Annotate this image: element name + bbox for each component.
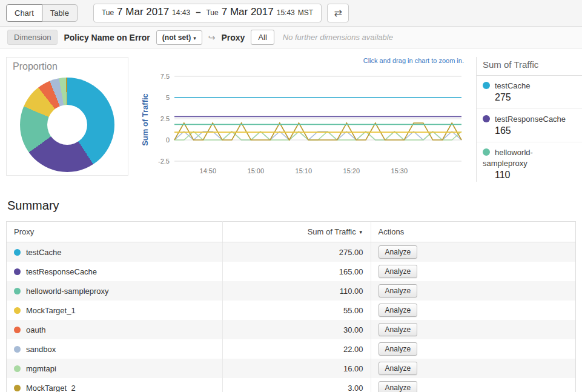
line-chart-area: Click and drag in chart to zoom in. Sum … xyxy=(128,57,474,178)
legend-item-name: testResponseCache xyxy=(495,115,566,124)
proportion-donut-chart[interactable] xyxy=(20,78,114,172)
legend-item[interactable]: testCache 275 xyxy=(477,76,582,109)
proxy-name: testCache xyxy=(26,248,62,257)
column-header-proxy[interactable]: Proxy xyxy=(7,222,223,242)
analyze-button[interactable]: Analyze xyxy=(379,304,418,317)
proxy-color-dot xyxy=(14,385,21,391)
sort-desc-icon: ▼ xyxy=(359,230,363,235)
legend-item[interactable]: testResponseCache 165 xyxy=(477,109,582,142)
dimension-chip: Dimension xyxy=(7,30,58,45)
column-header-traffic[interactable]: Sum of Traffic▼ xyxy=(223,222,371,242)
zoom-hint: Click and drag in chart to zoom in. xyxy=(363,57,464,64)
proxy-color-dot xyxy=(14,307,21,314)
legend-item[interactable]: helloworld-sampleproxy 110 xyxy=(477,142,582,182)
table-row: sandbox 22.00 Analyze xyxy=(7,339,576,359)
x-axis-tick-label: 15:10 xyxy=(296,167,312,174)
legend-item-value: 110 xyxy=(495,170,576,181)
actions-cell: Analyze xyxy=(371,378,575,392)
refresh-icon: ⇄ xyxy=(334,7,342,19)
analyze-button[interactable]: Analyze xyxy=(379,342,418,356)
y-axis-tick-label: 2.5 xyxy=(160,115,170,122)
summary-title: Summary xyxy=(7,199,576,213)
actions-cell: Analyze xyxy=(371,339,575,359)
start-time: 14:43 xyxy=(172,8,190,17)
proxy-name: MockTarget_2 xyxy=(26,384,76,392)
dimensions-note: No further dimensions available xyxy=(283,33,393,42)
proxy-cell: sandbox xyxy=(7,339,223,359)
traffic-value: 16.00 xyxy=(223,359,371,378)
actions-cell: Analyze xyxy=(371,359,575,378)
table-row: mgmtapi 16.00 Analyze xyxy=(7,359,576,378)
summary-table: Proxy Sum of Traffic▼ Actions testCache … xyxy=(6,221,576,392)
line-chart-svg[interactable]: 7.552.50-2.514:5015:0015:1015:2015:30 xyxy=(148,70,469,178)
start-day: Tue xyxy=(102,8,114,17)
table-tab[interactable]: Table xyxy=(42,4,78,22)
proxy-color-dot xyxy=(14,327,21,333)
proxy-color-dot xyxy=(14,346,21,353)
analyze-button[interactable]: Analyze xyxy=(379,245,418,259)
proxy-filter-button[interactable]: All xyxy=(251,30,274,45)
summary-table-header: Proxy Sum of Traffic▼ Actions xyxy=(7,222,576,242)
x-axis-tick-label: 15:30 xyxy=(391,167,408,174)
end-time: 15:43 xyxy=(277,8,295,17)
table-row: helloworld-sampleproxy 110.00 Analyze xyxy=(7,281,576,301)
proxy-dimension-label: Proxy xyxy=(221,33,245,42)
x-axis-tick-label: 14:50 xyxy=(200,167,217,174)
traffic-value: 55.00 xyxy=(223,301,371,320)
proxy-name: helloworld-sampleproxy xyxy=(26,287,109,296)
column-header-actions: Actions xyxy=(371,222,575,242)
dimension-name: Policy Name on Error xyxy=(64,33,150,42)
proxy-cell: testResponseCache xyxy=(7,262,223,281)
actions-cell: Analyze xyxy=(371,262,575,281)
timezone-label: MST xyxy=(298,8,313,17)
legend-color-dot xyxy=(483,82,490,89)
chart-table-toggle: Chart Table xyxy=(6,4,78,22)
dimension-value-dropdown[interactable]: (not set)▾ xyxy=(156,30,202,45)
traffic-header-label: Sum of Traffic xyxy=(308,227,356,236)
proxy-cell: helloworld-sampleproxy xyxy=(7,281,223,301)
x-axis-tick-label: 15:00 xyxy=(248,167,265,174)
y-axis-tick-label: 5 xyxy=(166,94,170,101)
proportion-panel: Proportion xyxy=(6,57,128,176)
top-toolbar: Chart Table Tue 7 Mar 2017 14:43 – Tue 7… xyxy=(0,0,582,27)
traffic-value: 110.00 xyxy=(223,281,371,301)
y-axis-tick-label: 7.5 xyxy=(160,73,170,80)
legend-color-dot xyxy=(483,148,490,156)
proxy-name: testResponseCache xyxy=(26,267,97,276)
table-row: oauth 30.00 Analyze xyxy=(7,320,576,339)
legend-item-name: helloworld-sampleproxy xyxy=(483,148,533,168)
traffic-value: 30.00 xyxy=(223,320,371,339)
proportion-title: Proportion xyxy=(13,61,122,72)
date-separator: – xyxy=(196,7,200,17)
legend-panel: Sum of Traffic testCache 275 testRespons… xyxy=(476,57,582,182)
legend-item-value: 275 xyxy=(495,92,576,103)
proxy-color-dot xyxy=(14,288,21,294)
actions-cell: Analyze xyxy=(371,301,575,320)
dimension-selected-value: (not set) xyxy=(162,33,191,42)
analyze-button[interactable]: Analyze xyxy=(379,381,418,392)
proxy-color-dot xyxy=(14,249,21,256)
analyze-button[interactable]: Analyze xyxy=(379,362,418,375)
analyze-button[interactable]: Analyze xyxy=(379,323,418,336)
table-row: testCache 275.00 Analyze xyxy=(7,242,576,262)
proxy-cell: mgmtapi xyxy=(7,359,223,378)
analyze-button[interactable]: Analyze xyxy=(379,265,418,278)
traffic-value: 165.00 xyxy=(223,262,371,281)
y-axis-tick-label: -2.5 xyxy=(158,158,170,165)
proxy-color-dot xyxy=(14,268,21,275)
proxy-cell: MockTarget_1 xyxy=(7,301,223,320)
legend-title: Sum of Traffic xyxy=(477,57,582,76)
proxy-name: MockTarget_1 xyxy=(26,306,76,315)
proxy-name: sandbox xyxy=(26,345,56,354)
y-axis-label: Sum of Traffic xyxy=(141,81,150,159)
traffic-value: 275.00 xyxy=(223,242,371,262)
refresh-button[interactable]: ⇄ xyxy=(327,4,349,22)
analyze-button[interactable]: Analyze xyxy=(379,284,418,297)
proxy-color-dot xyxy=(14,365,21,372)
date-range-picker[interactable]: Tue 7 Mar 2017 14:43 – Tue 7 Mar 2017 15… xyxy=(93,4,322,22)
legend-color-dot xyxy=(483,115,490,122)
chart-tab[interactable]: Chart xyxy=(6,4,42,22)
proxy-name: mgmtapi xyxy=(26,364,56,373)
proxy-cell: MockTarget_2 xyxy=(7,378,223,392)
legend-item-value: 165 xyxy=(495,125,576,136)
